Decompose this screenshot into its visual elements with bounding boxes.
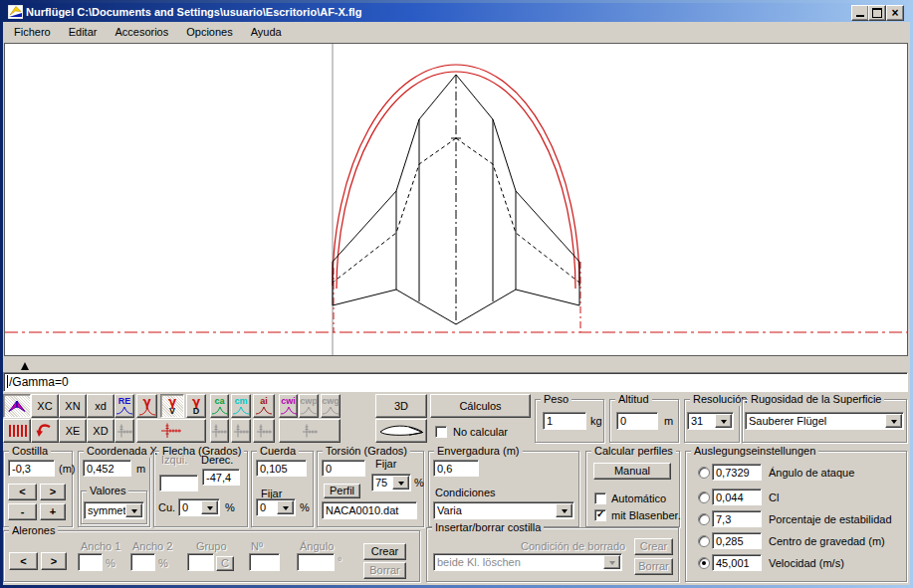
- gamma-axis-button[interactable]: [136, 419, 206, 443]
- ca-button[interactable]: ca: [210, 394, 229, 418]
- chevron-down-icon[interactable]: [885, 414, 902, 428]
- auslegung-radio-velocidad[interactable]: [698, 557, 710, 569]
- gravedad-input[interactable]: 0,285: [712, 532, 762, 549]
- cwp-button[interactable]: cwp: [299, 394, 319, 418]
- torsion-fijar-dropdown[interactable]: 75: [371, 474, 411, 491]
- position-marker[interactable]: [21, 358, 29, 370]
- cwg-button[interactable]: cwg: [321, 394, 341, 418]
- angulo-input[interactable]: [297, 553, 335, 571]
- angulo-ataque-input[interactable]: 0,7329: [712, 464, 762, 481]
- perfil-button[interactable]: Perfil: [324, 484, 360, 498]
- cm-axis-button[interactable]: [231, 419, 251, 443]
- velocidad-input[interactable]: 45,001: [712, 554, 762, 571]
- numero-input[interactable]: [249, 553, 280, 571]
- gamma-button[interactable]: γ: [136, 394, 157, 418]
- maximize-button[interactable]: [868, 5, 886, 21]
- costilla-minus-button[interactable]: -: [8, 503, 37, 520]
- altitud-input[interactable]: 0: [616, 412, 658, 430]
- costilla-value: -0,3: [12, 463, 31, 475]
- ancho2-input[interactable]: [130, 553, 155, 571]
- blasenberechnung-checkbox[interactable]: ✓: [594, 509, 606, 521]
- calculos-button[interactable]: Cálculos: [430, 394, 531, 418]
- alerones-borrar-button[interactable]: Borrar: [363, 562, 406, 579]
- auslegung-radio-estabilidad[interactable]: [698, 513, 710, 525]
- cl-input[interactable]: 0,044: [712, 489, 762, 505]
- torsion-input[interactable]: 0: [322, 460, 365, 477]
- grupo-c-button[interactable]: C: [216, 556, 234, 571]
- cuerda-input[interactable]: 0,105: [256, 460, 307, 477]
- manual-button[interactable]: Manual: [593, 463, 671, 480]
- chevron-down-icon[interactable]: [201, 500, 218, 514]
- re-axis-button[interactable]: [114, 419, 134, 443]
- drawing-canvas[interactable]: [4, 43, 908, 356]
- close-button[interactable]: ×: [886, 5, 904, 21]
- menu-editar[interactable]: Editar: [60, 24, 107, 40]
- cuerda-fijar-dropdown[interactable]: 0: [256, 498, 296, 516]
- costilla-next-button[interactable]: >: [40, 484, 66, 500]
- insertar-crear-button[interactable]: Crear: [634, 538, 673, 555]
- gamma-v-button[interactable]: γ V: [160, 394, 184, 418]
- envergadura-input[interactable]: 0,6: [433, 460, 479, 477]
- ai-button[interactable]: ai: [253, 394, 275, 418]
- xe-button[interactable]: XE: [59, 419, 87, 443]
- costilla-input[interactable]: -0,3: [8, 460, 55, 477]
- undo-button[interactable]: [31, 419, 59, 443]
- auslegung-radio-angulo[interactable]: [698, 467, 710, 479]
- chevron-down-icon[interactable]: [556, 503, 572, 517]
- xd2-button[interactable]: XD: [87, 419, 114, 443]
- valores-dropdown[interactable]: symmetrisch: [84, 501, 144, 519]
- xd-button[interactable]: xd: [87, 394, 114, 418]
- condiciones-dropdown[interactable]: Varia: [433, 501, 574, 519]
- resolucion-dropdown[interactable]: 31: [687, 412, 734, 430]
- grupo-input[interactable]: [187, 553, 214, 571]
- chevron-down-icon[interactable]: [277, 500, 294, 514]
- cl-label: Cl: [769, 491, 779, 503]
- title-bar[interactable]: Nurflügel C:\Documents and Settings\usua…: [3, 3, 910, 22]
- chevron-down-icon[interactable]: [392, 476, 409, 490]
- auslegung-radio-cl[interactable]: [698, 491, 710, 503]
- alerones-prev-button[interactable]: <: [9, 552, 38, 570]
- automatico-checkbox[interactable]: [594, 492, 606, 504]
- three-d-button[interactable]: 3D: [375, 394, 427, 418]
- menu-opciones[interactable]: Opciones: [177, 24, 241, 40]
- gamma-input[interactable]: /Gamma=0: [3, 372, 908, 392]
- gamma-d-button[interactable]: γ D: [186, 394, 206, 418]
- coordenada-input[interactable]: 0,452: [83, 460, 131, 477]
- chevron-down-icon[interactable]: [125, 503, 142, 517]
- rugosidad-dropdown[interactable]: Sauberer Flügel: [745, 412, 904, 430]
- insertar-borrar-button[interactable]: Borrar: [634, 558, 673, 575]
- cwi-button[interactable]: cwi: [279, 394, 298, 418]
- alerones-title: Alerones: [9, 524, 58, 537]
- peso-input[interactable]: 1: [543, 412, 586, 430]
- alerones-crear-button[interactable]: Crear: [363, 543, 406, 560]
- menu-fichero[interactable]: Fichero: [5, 24, 60, 40]
- flecha-cu-dropdown[interactable]: 0: [178, 498, 220, 516]
- flecha-derec-input[interactable]: -47,4: [202, 469, 240, 486]
- auslegung-radio-gravedad[interactable]: [698, 535, 710, 547]
- no-calcular-checkbox[interactable]: [435, 426, 447, 438]
- alerones-next-button[interactable]: >: [41, 552, 67, 570]
- re-button[interactable]: RE: [114, 394, 134, 418]
- re-label: RE: [118, 397, 131, 406]
- flecha-izqui-input[interactable]: [159, 475, 198, 491]
- ca-axis-button[interactable]: [210, 419, 229, 443]
- close-icon: ×: [891, 8, 898, 18]
- costilla-prev-button[interactable]: <: [8, 484, 37, 500]
- minimize-button[interactable]: [851, 5, 869, 21]
- wing-view-button[interactable]: [3, 394, 31, 418]
- xc-button[interactable]: XC: [31, 394, 59, 418]
- ribs-view-button[interactable]: [3, 419, 31, 443]
- perfil-file-input[interactable]: NACA0010.dat: [322, 501, 417, 519]
- airfoil-button[interactable]: [375, 419, 427, 443]
- cm-button[interactable]: cm: [231, 394, 251, 418]
- xn-button[interactable]: XN: [59, 394, 87, 418]
- cw-axis-button[interactable]: [279, 419, 341, 443]
- estabilidad-input[interactable]: 7,3: [712, 510, 762, 527]
- menu-accesorios[interactable]: Accesorios: [106, 24, 177, 40]
- ancho1-input[interactable]: [78, 553, 103, 571]
- menu-ayuda[interactable]: Ayuda: [242, 24, 291, 40]
- condicion-dropdown[interactable]: beide Kl. löschen: [433, 553, 622, 571]
- costilla-plus-button[interactable]: +: [40, 503, 66, 520]
- ai-axis-button[interactable]: [253, 419, 275, 443]
- chevron-down-icon[interactable]: [715, 414, 732, 428]
